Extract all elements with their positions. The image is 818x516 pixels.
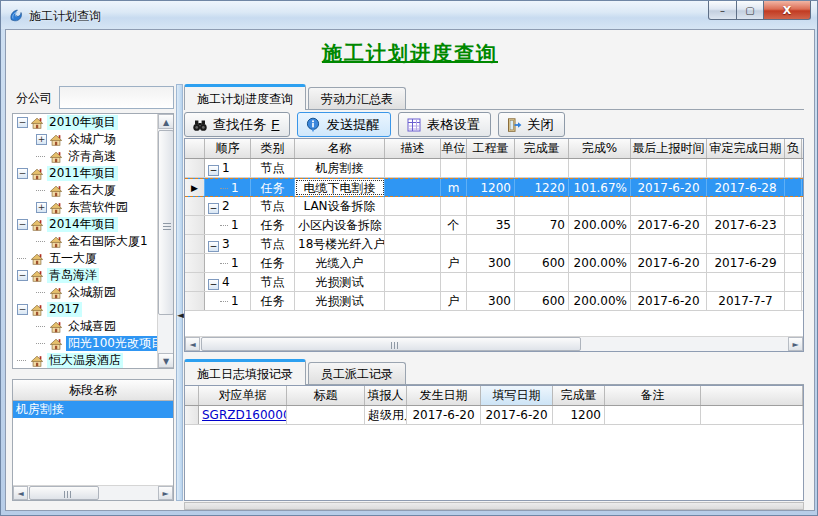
collapse-icon[interactable]: − [17, 117, 28, 128]
table-row[interactable]: −3节点18号楼光纤入户 [185, 235, 803, 254]
sequence-number: 1 [231, 181, 239, 195]
table-row[interactable]: 1任务光损测试户300600200.00%2017-6-202017-7-7 [185, 292, 803, 311]
segment-horizontal-scrollbar[interactable]: ◄ ► [13, 485, 173, 500]
scroll-right-icon[interactable]: ► [788, 337, 803, 351]
column-header[interactable]: 标题 [287, 386, 365, 405]
tab-inactive[interactable]: 员工派工记录 [308, 362, 406, 385]
row-selector-header [185, 139, 205, 158]
column-header[interactable]: 发生日期 [407, 386, 481, 405]
column-header[interactable]: 完成量 [515, 139, 569, 158]
scroll-up-icon[interactable]: ▲ [158, 114, 174, 129]
column-header[interactable]: 填写日期 [481, 386, 553, 405]
collapse-left-icon[interactable]: ◄ [177, 310, 184, 320]
collapse-icon[interactable]: − [208, 165, 219, 176]
table-row[interactable]: −2节点LAN设备拆除 [185, 197, 803, 216]
collapse-icon[interactable]: − [17, 168, 28, 179]
column-header[interactable]: 填报人 [365, 386, 407, 405]
minimize-button[interactable]: – [708, 1, 737, 20]
tree-item[interactable]: −2017 [13, 301, 159, 318]
column-header[interactable]: 单位 [441, 139, 467, 158]
tree-item[interactable]: −2011年项目 [13, 165, 159, 182]
table-row[interactable]: SGRZD160000003超级用户2017-6-202017-6-201200 [185, 406, 803, 425]
tree-item[interactable]: 金石国际大厦1 [13, 233, 159, 250]
collapse-icon[interactable]: − [208, 279, 219, 290]
panel-splitter[interactable]: ◄ [176, 84, 183, 501]
tree-item[interactable]: 济青高速 [13, 148, 159, 165]
tree-item[interactable]: 众城新园 [13, 284, 159, 301]
column-header[interactable]: 负 [785, 139, 802, 158]
grid-horizontal-scrollbar[interactable]: ◄ ► [185, 336, 803, 351]
column-header[interactable]: 最后上报时间 [631, 139, 707, 158]
tree-vertical-scrollbar[interactable]: ▲ ▼ [157, 114, 173, 368]
collapse-icon[interactable]: − [17, 304, 28, 315]
document-link[interactable]: SGRZD160000003 [202, 408, 287, 422]
tab-active[interactable]: 施工日志填报记录 [184, 359, 306, 385]
expand-icon[interactable]: + [36, 202, 47, 213]
title-bar: 施工计划查询 – ▢ X [1, 1, 817, 29]
grid-cell: 1 [205, 254, 251, 272]
scroll-right-icon[interactable]: ► [158, 486, 173, 500]
column-header[interactable]: 完成% [569, 139, 631, 158]
column-header[interactable]: 顺序 [205, 139, 251, 158]
tree-item[interactable]: −2010年项目 [13, 114, 159, 131]
tab-inactive[interactable]: 劳动力汇总表 [308, 87, 406, 110]
collapse-icon[interactable]: − [208, 241, 219, 252]
grid-cell [385, 273, 441, 291]
close-button[interactable]: X [764, 1, 811, 20]
tree-item[interactable]: 金石大厦 [13, 182, 159, 199]
column-header[interactable]: 名称 [295, 139, 385, 158]
column-header[interactable]: 备注 [605, 386, 701, 405]
toolbar-button[interactable]: 表格设置 [398, 112, 491, 137]
expand-icon[interactable]: + [36, 134, 47, 145]
branch-combobox[interactable] [59, 86, 174, 109]
grid-cell: 1 [205, 292, 251, 310]
tree-item[interactable]: 恒大温泉酒店 [13, 352, 159, 369]
tree-item[interactable]: +东营软件园 [13, 199, 159, 216]
tree-item-label: 济青高速 [66, 149, 118, 164]
tree-item[interactable]: −2014年项目 [13, 216, 159, 233]
table-row[interactable]: −1节点机房割接 [185, 159, 803, 178]
column-header[interactable]: 完成量 [553, 386, 605, 405]
collapse-icon[interactable]: − [208, 203, 219, 214]
tree-item-label: 众城喜园 [66, 319, 118, 334]
table-row[interactable]: ▶1任务电缆下电割接m12001220101.67%2017-6-202017-… [185, 178, 803, 197]
scrollbar-thumb[interactable] [201, 337, 581, 351]
column-header[interactable]: 类别 [251, 139, 295, 158]
bottom-scrollbar-track[interactable] [184, 502, 804, 510]
scroll-left-icon[interactable]: ◄ [185, 337, 200, 351]
column-header[interactable]: 工程量 [467, 139, 515, 158]
column-header[interactable]: 描述 [385, 139, 441, 158]
grid-cell [185, 197, 205, 215]
collapse-icon[interactable]: − [17, 270, 28, 281]
sequence-number: 1 [231, 256, 239, 270]
scrollbar-thumb[interactable] [29, 486, 99, 500]
sequence-number: 2 [222, 199, 230, 213]
toolbar-button[interactable]: 发送提醒 [297, 112, 390, 137]
scroll-left-icon[interactable]: ◄ [13, 486, 28, 500]
table-row[interactable]: 1任务光缆入户户300600200.00%2017-6-202017-6-29 [185, 254, 803, 273]
toolbar-button[interactable]: 查找任务F [184, 112, 290, 137]
tree-item-label: 2011年项目 [47, 166, 118, 181]
tree-connector-line [36, 326, 45, 327]
tab-active[interactable]: 施工计划进度查询 [184, 84, 306, 110]
segment-list: 标段名称 机房割接 ◄ ► [12, 379, 174, 501]
tree-item[interactable]: +众城广场 [13, 131, 159, 148]
tree-item[interactable]: 众城喜园 [13, 318, 159, 335]
tree-item[interactable]: 阳光100光改项目 [13, 335, 159, 352]
table-row[interactable]: 1任务小区内设备拆除个3570200.00%2017-6-202017-6-23 [185, 216, 803, 235]
maximize-button[interactable]: ▢ [737, 1, 764, 20]
column-header[interactable]: 审定完成日期 [707, 139, 785, 158]
tree-item[interactable]: 五一大厦 [13, 250, 159, 267]
grid-cell [467, 235, 515, 253]
app-window: 施工计划查询 – ▢ X 施工计划进度查询 分公司 −2010年项目+众城广场济… [0, 0, 818, 516]
table-row[interactable]: −4节点光损测试 [185, 273, 803, 292]
segment-item[interactable]: 机房割接 [13, 401, 173, 418]
tree-connector-line [220, 301, 228, 302]
tree-item[interactable]: −青岛海洋 [13, 267, 159, 284]
close-view-button[interactable]: 关闭 [498, 112, 565, 137]
scroll-down-icon[interactable]: ▼ [158, 353, 174, 368]
column-header[interactable]: 对应单据 [199, 386, 287, 405]
grid-cell: 任务 [251, 254, 295, 272]
scrollbar-thumb[interactable] [158, 130, 174, 315]
collapse-icon[interactable]: − [17, 219, 28, 230]
